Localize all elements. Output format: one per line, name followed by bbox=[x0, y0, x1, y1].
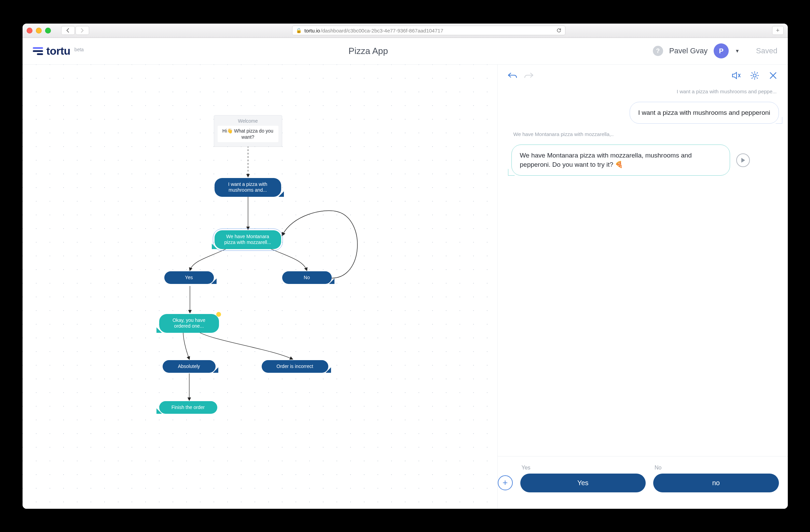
node-text: Finish the order bbox=[171, 405, 205, 410]
preview-panel: I want a pizza with mushrooms and peppe.… bbox=[497, 65, 788, 509]
undo-button[interactable] bbox=[507, 70, 518, 81]
panel-footer: + Yes Yes No no bbox=[498, 456, 788, 509]
node-text: Okay, you have ordered one... bbox=[173, 317, 205, 329]
message-text: I want a pizza with mushrooms and pepper… bbox=[638, 109, 770, 116]
choice-button-no[interactable]: no bbox=[653, 474, 779, 492]
beta-badge: beta bbox=[74, 47, 84, 52]
lock-icon: 🔒 bbox=[296, 28, 302, 33]
window-close-icon[interactable] bbox=[27, 28, 32, 33]
flow-canvas[interactable]: Welcome Hi👋 What pizza do you want? I wa… bbox=[23, 65, 497, 509]
redo-button[interactable] bbox=[523, 70, 535, 81]
welcome-message: Hi👋 What pizza do you want? bbox=[218, 126, 278, 142]
browser-forward-button[interactable] bbox=[75, 26, 89, 35]
add-choice-button[interactable]: + bbox=[498, 475, 513, 490]
choice-button-yes[interactable]: Yes bbox=[520, 474, 646, 492]
settings-button[interactable] bbox=[749, 70, 760, 81]
choice-label-yes: Yes bbox=[520, 465, 646, 471]
flow-node-welcome[interactable]: Welcome Hi👋 What pizza do you want? bbox=[214, 115, 282, 147]
chevron-down-icon[interactable]: ▼ bbox=[735, 48, 740, 54]
help-button[interactable]: ? bbox=[653, 46, 663, 56]
svg-point-0 bbox=[753, 74, 756, 77]
avatar[interactable]: P bbox=[714, 43, 729, 58]
window-zoom-icon[interactable] bbox=[45, 28, 51, 33]
url-host: tortu.io bbox=[304, 28, 320, 33]
close-icon bbox=[769, 71, 777, 80]
traffic-lights bbox=[27, 28, 51, 33]
flow-node-no[interactable]: No bbox=[282, 271, 332, 284]
flow-node-finish[interactable]: Finish the order bbox=[159, 401, 217, 414]
node-text: I want a pizza with mushrooms and... bbox=[228, 181, 267, 193]
browser-back-button[interactable] bbox=[61, 26, 75, 35]
close-panel-button[interactable] bbox=[767, 70, 779, 81]
flow-node-yes[interactable]: Yes bbox=[164, 271, 214, 284]
bot-context-hint: We have Montanara pizza with mozzarella,… bbox=[511, 131, 779, 137]
warning-dot-icon bbox=[216, 312, 221, 317]
node-text: We have Montanara pizza with mozzarell..… bbox=[224, 234, 271, 245]
brand-logo[interactable]: tortu beta bbox=[33, 45, 84, 57]
browser-window: 🔒 tortu.io /dashboard/c3bc00ca-2bc3-4e77… bbox=[23, 24, 788, 509]
chevron-left-icon bbox=[66, 28, 70, 33]
flow-node-bot-offer[interactable]: We have Montanara pizza with mozzarell..… bbox=[215, 230, 281, 249]
url-path: /dashboard/c3bc00ca-2bc3-4e77-936f-867aa… bbox=[321, 28, 443, 33]
user-name: Pavel Gvay bbox=[669, 46, 708, 55]
gear-icon bbox=[750, 71, 759, 80]
node-text: No bbox=[304, 275, 310, 280]
play-icon bbox=[741, 158, 745, 163]
chat-message-bot: We have Montanara pizza with mozzarella,… bbox=[511, 145, 730, 176]
node-text: Order is incorrect bbox=[276, 364, 313, 369]
choice-label-no: No bbox=[653, 465, 779, 471]
brand-name: tortu bbox=[46, 45, 70, 57]
node-text: Yes bbox=[185, 275, 193, 280]
welcome-header: Welcome bbox=[218, 118, 278, 124]
flow-node-confirm[interactable]: Okay, you have ordered one... bbox=[159, 314, 219, 333]
app-title: Pizza App bbox=[84, 46, 653, 56]
logo-icon bbox=[33, 47, 43, 55]
flow-node-absolutely[interactable]: Absolutely bbox=[163, 360, 216, 373]
flow-node-user-request[interactable]: I want a pizza with mushrooms and... bbox=[215, 178, 281, 197]
message-text: We have Montanara pizza with mozzarella,… bbox=[520, 152, 692, 168]
chevron-right-icon bbox=[80, 28, 84, 33]
window-minimize-icon[interactable] bbox=[36, 28, 42, 33]
user-context-hint: I want a pizza with mushrooms and peppe.… bbox=[511, 88, 779, 94]
chat-message-user: I want a pizza with mushrooms and pepper… bbox=[630, 102, 779, 124]
new-tab-button[interactable]: + bbox=[772, 26, 784, 35]
browser-toolbar: 🔒 tortu.io /dashboard/c3bc00ca-2bc3-4e77… bbox=[23, 24, 788, 38]
mute-button[interactable] bbox=[730, 70, 742, 81]
panel-toolbar bbox=[498, 65, 788, 86]
address-bar[interactable]: 🔒 tortu.io /dashboard/c3bc00ca-2bc3-4e77… bbox=[292, 26, 565, 35]
node-text: Absolutely bbox=[178, 364, 200, 369]
play-audio-button[interactable] bbox=[736, 153, 750, 167]
refresh-icon[interactable] bbox=[556, 28, 562, 33]
save-status: Saved bbox=[756, 46, 777, 55]
flow-node-incorrect[interactable]: Order is incorrect bbox=[262, 360, 328, 373]
app-header: tortu beta Pizza App ? Pavel Gvay P ▼ Sa… bbox=[23, 38, 788, 65]
